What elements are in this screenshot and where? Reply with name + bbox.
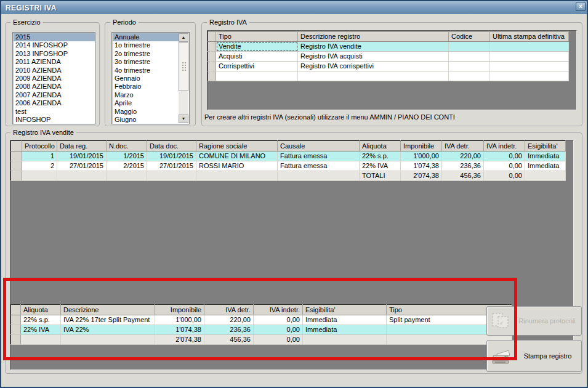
riepilogo-row-2[interactable]: 22% IVA IVA 22% 1'074,38 236,36 0,00 Imm… [11,325,512,335]
scrollbar-grip-icon [182,62,187,71]
column-header: Data doc. [147,141,196,152]
riepilogo-row-1[interactable]: 22% s.p. IVA 22% 17ter Split Payment 1'0… [11,315,512,325]
column-header: Causale [278,141,360,152]
esercizio-item[interactable]: INFOSHOP [14,116,95,124]
registro-iva-table: Tipo Descrizione registro Codice Ultima … [207,31,569,81]
esercizio-item[interactable]: 2007 AZIENDA [14,91,95,99]
periodo-item-selected[interactable]: Annuale [113,33,179,41]
column-header: IVA indetr. [254,305,303,315]
close-icon[interactable]: × [576,2,586,11]
esercizio-item[interactable]: 2014 INFOSHOP [14,41,95,49]
esercizio-listbox[interactable]: 2015 2014 INFOSHOP 2013 INFOSHOP 2011 AZ… [12,32,95,124]
periodo-scrollbar[interactable]: ▲ ▼ [179,33,188,123]
riepilogo-table: Aliquota Descrizione Imponibile IVA detr… [10,304,512,345]
scrollbar-thumb[interactable] [179,42,188,91]
group-periodo-label: Periodo [110,18,139,26]
periodo-item[interactable]: 1o trimestre [113,41,189,49]
column-header: Ultima stampa definitiva [490,31,569,42]
column-header: Aliquota [21,305,61,315]
scrollbar-up-icon[interactable]: ▲ [179,33,188,42]
registro-row-vendite[interactable]: Vendite Registro IVA vendite [208,42,569,52]
esercizio-item[interactable]: 2013 INFOSHOP [14,50,95,58]
esercizio-item[interactable]: 2011 AZIENDA [14,58,95,66]
column-header: Data reg. [57,141,107,152]
column-header: Esigibilita' [525,141,566,152]
movimenti-totals-row: TOTALI 2'074,38 456,36 0,00 [11,171,566,181]
sezionali-note: Per creare altri registri IVA (sezionali… [204,113,455,121]
movimenti-table: Protocollo Data reg. N.doc. Data doc. Ra… [10,140,566,181]
column-header: Codice [449,31,490,42]
periodo-item[interactable]: Aprile [113,99,189,107]
esercizio-item[interactable]: 2010 AZIENDA [14,67,95,75]
esercizio-item-selected[interactable]: 2015 [14,33,95,41]
column-header: Imponibile [155,305,204,315]
rinumera-protocolli-button[interactable]: Rinumera protocoli [486,306,582,336]
column-header: Tipo [216,31,298,42]
periodo-item[interactable]: Febbraio [113,83,189,91]
scrollbar-down-icon[interactable]: ▼ [179,115,188,123]
column-header: Esigibilita' [303,305,387,315]
column-header: Aliquota [360,141,401,152]
registri-iva-dialog: REGISTRI IVA × Esercizio 2015 2014 INFOS… [0,0,588,388]
esercizio-item[interactable]: test [14,108,95,116]
group-registro-iva-label: Registro IVA [207,18,249,26]
periodo-item[interactable]: Giugno [113,116,189,124]
periodo-item[interactable]: Gennaio [113,75,189,83]
column-header: IVA indetr. [484,141,525,152]
periodo-item[interactable]: Marzo [113,91,189,99]
esercizio-item[interactable]: 2009 AZIENDA [14,75,95,83]
esercizio-item[interactable]: 2006 AZIENDA [14,99,95,107]
column-header: IVA detr. [204,305,254,315]
registro-iva-header-row: Tipo Descrizione registro Codice Ultima … [208,31,569,42]
column-header: Descrizione registro [298,31,449,42]
esercizio-item[interactable]: 2008 AZIENDA [14,83,95,91]
registro-row-empty[interactable] [208,71,569,81]
registro-row-acquisti[interactable]: Acquisti Registro IVA acquisti [208,52,569,62]
column-header: IVA detr. [442,141,484,152]
periodo-item[interactable]: Maggio [113,108,189,116]
column-header: Protocollo [22,141,57,152]
riepilogo-header-row: Aliquota Descrizione Imponibile IVA detr… [11,305,512,315]
movimento-row-2[interactable]: 2 27/01/2015 2/2015 27/01/2015 ROSSI MAR… [11,161,566,171]
riepilogo-totals-row: 2'074,38 456,36 0,00 [11,335,512,345]
column-header: N.doc. [107,141,147,152]
movimento-row-1[interactable]: 1 19/01/2015 1/2015 19/01/2015 COMUNE DI… [11,152,566,161]
group-registro-vendite-label: Registro IVA vendite [10,129,76,137]
movimenti-header-row: Protocollo Data reg. N.doc. Data doc. Ra… [11,141,566,152]
printer-icon [491,346,513,366]
column-header: Ragione sociale [196,141,278,152]
title-bar[interactable]: REGISTRI IVA [1,1,587,14]
periodo-item[interactable]: 2o trimestre [113,50,189,58]
column-header: Descrizione [61,305,155,315]
registro-row-corrispettivi[interactable]: Corrispettivi Registro IVA corrispettivi [208,62,569,71]
column-header: Imponibile [401,141,442,152]
renumber-documents-icon [491,312,512,330]
window-title: REGISTRI IVA [6,4,57,12]
group-esercizio-label: Esercizio [10,18,43,26]
periodo-listbox[interactable]: Annuale 1o trimestre 2o trimestre 3o tri… [111,32,190,124]
stampa-registro-button[interactable]: Stampa registro [486,340,582,372]
periodo-item[interactable]: 3o trimestre [113,58,189,66]
periodo-item[interactable]: 4o trimestre [113,67,189,75]
